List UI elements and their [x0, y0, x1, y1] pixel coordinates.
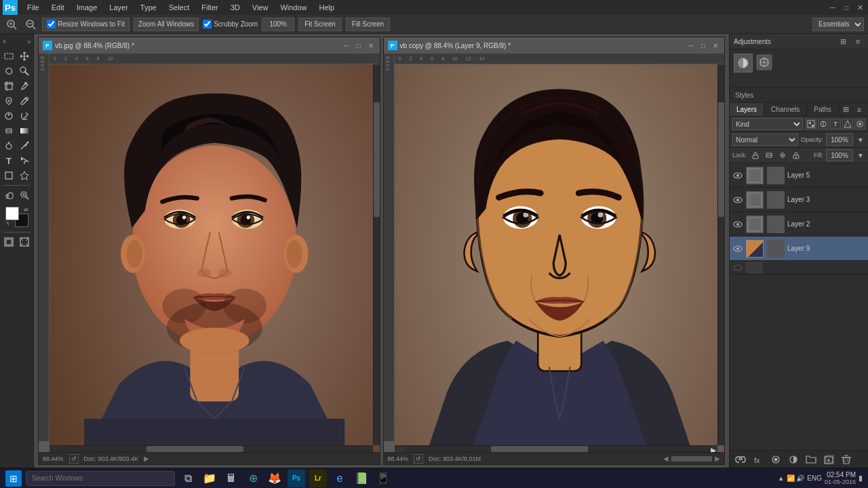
menu-filter[interactable]: Filter [196, 2, 223, 13]
layer5-visibility[interactable] [732, 170, 743, 181]
layer-extra-visibility[interactable] [732, 262, 743, 273]
layer3-visibility[interactable] [732, 195, 743, 205]
pen-tool[interactable] [17, 138, 33, 153]
doc2-close-btn[interactable]: ✕ [711, 41, 720, 50]
minimize-btn[interactable]: ─ [827, 2, 838, 13]
opacity-decrement[interactable]: ▼ [856, 135, 865, 144]
add-group-btn[interactable] [804, 453, 818, 466]
workspace-select[interactable]: Essentials [812, 18, 864, 31]
adj-icon-1[interactable] [734, 54, 753, 73]
lock-all-icon[interactable] [791, 150, 802, 161]
opacity-input[interactable] [826, 134, 853, 146]
dodge-tool[interactable] [1, 138, 17, 153]
restore-btn[interactable]: □ [841, 2, 852, 13]
filter-smart-icon[interactable] [854, 119, 865, 129]
menu-help[interactable]: Help [314, 2, 340, 13]
filter-shape-icon[interactable] [842, 119, 853, 129]
doc2-canvas[interactable] [395, 64, 725, 452]
menu-select[interactable]: Select [163, 2, 195, 13]
menu-edit[interactable]: Edit [46, 2, 70, 13]
layer-row-layer3[interactable]: Layer 3 [730, 188, 868, 212]
adj-panel-menu[interactable]: ≡ [852, 35, 864, 47]
lock-position-icon[interactable] [777, 150, 788, 161]
taskbar-app1[interactable]: 📗 [353, 470, 370, 487]
taskbar-ie[interactable]: e [331, 470, 349, 487]
taskbar-search[interactable] [26, 471, 175, 486]
marquee-tool[interactable] [1, 49, 17, 64]
frame-tool[interactable] [17, 235, 33, 249]
lock-image-icon[interactable] [764, 150, 774, 161]
menu-3d[interactable]: 3D [225, 2, 245, 13]
taskbar-lightroom[interactable]: Lr [309, 470, 327, 487]
healing-brush-tool[interactable] [1, 94, 17, 108]
doc1-content[interactable]: 0 2 4 6 8 10 2 4 6 8 [39, 54, 380, 452]
taskbar-language[interactable]: ENG [807, 474, 822, 482]
doc2-nav-next[interactable]: ▶ [715, 455, 720, 462]
magic-wand-tool[interactable] [17, 64, 33, 79]
eraser-tool[interactable] [1, 123, 17, 138]
layer-row-extra[interactable] [730, 261, 868, 274]
layer2-visibility[interactable] [732, 219, 743, 230]
layer-row-layer9[interactable]: Layer 9 [730, 237, 868, 261]
zoom-all-windows-btn[interactable]: Zoom All Windows [134, 18, 199, 31]
taskbar-chrome[interactable]: ⊕ [244, 470, 262, 487]
tools-close-btn[interactable]: × [3, 38, 7, 45]
tab-channels[interactable]: Channels [764, 103, 807, 116]
filter-adj-icon[interactable] [818, 119, 829, 129]
lock-transparent-icon[interactable] [750, 150, 761, 161]
zoom-canvas-tool[interactable] [17, 188, 33, 203]
swap-colors-icon[interactable]: ⇄ [24, 207, 28, 213]
tools-expand-btn[interactable]: » [27, 38, 31, 45]
shape-tool[interactable] [1, 168, 17, 183]
layer9-visibility[interactable] [732, 243, 743, 254]
link-layers-btn[interactable] [734, 453, 747, 466]
menu-layer[interactable]: Layer [104, 2, 134, 13]
taskbar-show-desktop[interactable]: ▮ [859, 474, 863, 483]
zoom-tool-icon[interactable] [4, 17, 19, 32]
layer-row-layer2[interactable]: Layer 2 [730, 212, 868, 237]
doc2-scrollbar-h[interactable]: ▶ [395, 445, 718, 452]
doc1-maximize-btn[interactable]: □ [354, 41, 363, 50]
taskbar-task-view[interactable]: ⧉ [179, 470, 197, 487]
clone-stamp-tool[interactable] [1, 108, 17, 123]
fit-screen-btn[interactable]: Fit Screen [298, 18, 342, 31]
menu-image[interactable]: Image [71, 2, 103, 13]
menu-file[interactable]: File [22, 2, 45, 13]
layers-panel-menu[interactable]: ≡ [853, 104, 865, 116]
taskbar-photoshop[interactable]: Ps [288, 470, 305, 487]
gradient-tool[interactable] [17, 123, 33, 138]
eyedropper-tool[interactable] [17, 79, 33, 94]
add-mask-btn[interactable] [769, 453, 783, 466]
taskbar-firefox[interactable]: 🦊 [266, 470, 283, 487]
path-selection-tool[interactable] [17, 153, 33, 168]
scrubby-zoom-check[interactable]: Scrubby Zoom [203, 20, 258, 28]
blend-mode-select[interactable]: Normal [732, 134, 798, 146]
lasso-tool[interactable] [1, 64, 17, 79]
doc2-scroll-arrow-right[interactable]: ▶ [711, 446, 717, 452]
doc1-close-btn[interactable]: ✕ [366, 41, 376, 50]
close-btn[interactable]: ✕ [854, 2, 865, 13]
taskbar-app2[interactable]: 📱 [374, 470, 392, 487]
reset-colors-icon[interactable]: ↰ [5, 221, 28, 227]
foreground-color-chip[interactable] [5, 207, 19, 220]
menu-type[interactable]: Type [135, 2, 162, 13]
add-adjustment-btn[interactable] [787, 453, 800, 466]
zoom-out-icon[interactable] [23, 17, 38, 32]
doc2-nav-prev[interactable]: ◀ [663, 455, 669, 462]
layers-panel-icon1[interactable]: ⊞ [840, 104, 852, 116]
filter-pixel-icon[interactable] [806, 119, 816, 129]
adj-panel-icon[interactable]: ⊞ [837, 35, 849, 47]
custom-shape-tool[interactable] [17, 168, 33, 183]
doc2-scroll-arrow-left[interactable] [395, 446, 406, 452]
doc1-scrollbar-h[interactable] [50, 445, 373, 452]
fill-screen-btn[interactable]: Fill Screen [346, 18, 390, 31]
add-layer-style-btn[interactable]: fx [751, 453, 765, 466]
layer-row-layer5[interactable]: Layer 5 [730, 163, 868, 188]
zoom-percent-input[interactable] [262, 18, 294, 31]
doc1-canvas[interactable] [50, 64, 380, 452]
hand-tool[interactable] [1, 188, 17, 203]
taskbar-calculator[interactable]: 🖩 [222, 470, 240, 487]
menu-window[interactable]: Window [275, 2, 312, 13]
tab-layers[interactable]: Layers [730, 103, 764, 116]
tab-paths[interactable]: Paths [807, 103, 839, 116]
